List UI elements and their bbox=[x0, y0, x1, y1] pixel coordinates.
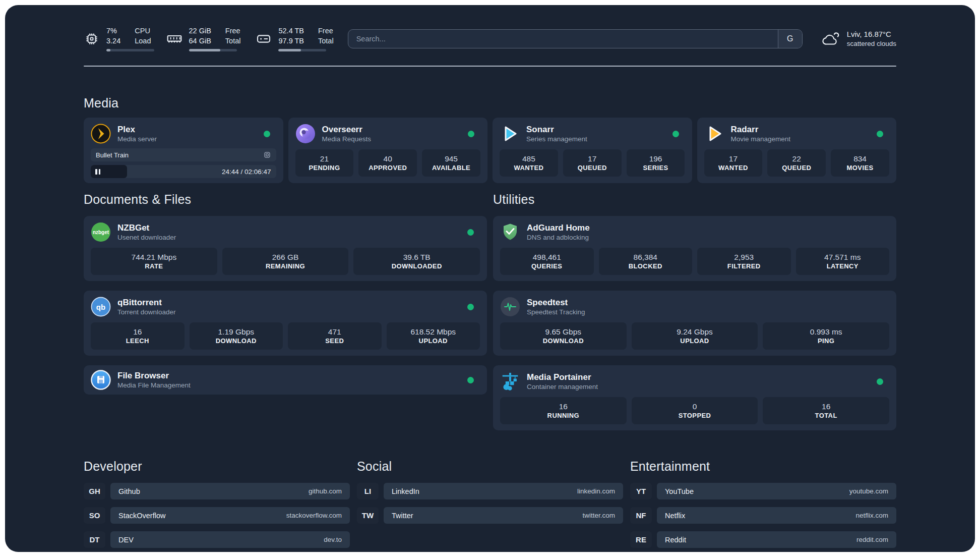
twitter-badge: TW bbox=[357, 507, 379, 524]
cpu-load: 3.24 bbox=[106, 36, 120, 46]
disk-icon bbox=[256, 31, 272, 47]
app-subtitle: DNS and adblocking bbox=[527, 233, 590, 242]
section-title-documents: Documents & Files bbox=[84, 192, 487, 207]
stat-upload: 9.24 Gbps UPLOAD bbox=[632, 322, 758, 350]
section-title-developer: Developer bbox=[84, 459, 350, 474]
youtube-badge: YT bbox=[630, 483, 652, 499]
stat-stopped: 0 STOPPED bbox=[632, 397, 758, 424]
search-engine-button[interactable]: G bbox=[778, 30, 802, 48]
adguard-icon bbox=[500, 222, 520, 242]
app-card-qbittorrent[interactable]: qb qBittorrent Torrent downloader bbox=[84, 291, 487, 356]
disk-progress-bar bbox=[278, 49, 326, 51]
svg-text:nzbget: nzbget bbox=[93, 230, 109, 235]
stat-queued: 22 QUEUED bbox=[767, 149, 826, 177]
cpu-progress-bar bbox=[106, 49, 154, 51]
status-dot bbox=[877, 378, 883, 385]
dashboard-frame: 7% 3.24 CPU Load bbox=[5, 5, 975, 552]
app-card-speedtest[interactable]: Speedtest Speedtest Tracking 9.65 Gbps D… bbox=[493, 291, 896, 356]
app-card-plex[interactable]: Plex Media server Bullet Train bbox=[84, 118, 283, 183]
link-github[interactable]: GH Github github.com bbox=[84, 483, 350, 499]
status-dot bbox=[877, 131, 883, 137]
entertainment-section: Entertainment YT YouTube youtube.com NF … bbox=[630, 459, 896, 552]
stat-approved: 40 APPROVED bbox=[358, 149, 417, 177]
app-title: Plex bbox=[117, 124, 157, 135]
nzbget-icon: nzbget bbox=[91, 222, 111, 242]
netflix-badge: NF bbox=[630, 507, 652, 524]
link-twitter[interactable]: TW Twitter twitter.com bbox=[357, 507, 623, 524]
search-input[interactable] bbox=[348, 30, 778, 48]
weather-widget[interactable]: Lviv, 16.87°C scattered clouds bbox=[821, 29, 896, 49]
stat-latency: 47.571 ms LATENCY bbox=[796, 248, 890, 275]
playback-progress-bar[interactable]: 24:44 / 02:06:47 bbox=[91, 165, 276, 178]
app-card-overseerr[interactable]: Overseerr Media Requests 21 PENDING 40 A… bbox=[288, 118, 488, 183]
section-title-social: Social bbox=[357, 459, 623, 474]
cpu-icon bbox=[84, 31, 100, 47]
app-card-filebrowser[interactable]: File Browser Media File Management bbox=[84, 365, 487, 395]
pause-icon[interactable] bbox=[95, 169, 100, 175]
app-title: AdGuard Home bbox=[527, 222, 590, 233]
section-title-media: Media bbox=[84, 96, 896, 110]
stat-blocked: 86,384 BLOCKED bbox=[599, 248, 693, 275]
dev-badge: DT bbox=[84, 531, 105, 548]
svg-text:qb: qb bbox=[96, 303, 105, 311]
stat-download: 9.65 Gbps DOWNLOAD bbox=[500, 322, 627, 350]
media-grid: Plex Media server Bullet Train bbox=[84, 118, 896, 183]
linkedin-badge: LI bbox=[357, 483, 379, 499]
stat-downloaded: 39.6 TB DOWNLOADED bbox=[353, 248, 480, 275]
link-netflix[interactable]: NF Netflix netflix.com bbox=[630, 507, 896, 524]
app-card-sonarr[interactable]: Sonarr Series management 485 WANTED 17 Q… bbox=[493, 118, 692, 183]
app-subtitle: Media server bbox=[117, 135, 157, 144]
status-dot bbox=[467, 377, 474, 383]
stat-queries: 498,461 QUERIES bbox=[500, 248, 594, 275]
status-dot bbox=[672, 131, 679, 137]
app-card-radarr[interactable]: Radarr Movie management 17 WANTED 22 QUE… bbox=[697, 118, 897, 183]
stat-ping: 0.993 ms PING bbox=[763, 322, 889, 350]
memory-progress-bar bbox=[189, 49, 237, 51]
status-dot bbox=[264, 131, 270, 137]
app-title: Overseerr bbox=[322, 124, 372, 135]
cpu-percent: 7% bbox=[106, 26, 120, 36]
app-subtitle: Media File Management bbox=[117, 381, 191, 390]
stat-download: 1.19 Gbps DOWNLOAD bbox=[190, 322, 283, 350]
stat-movies: 834 MOVIES bbox=[831, 149, 889, 177]
app-subtitle: Usenet downloader bbox=[117, 233, 176, 242]
app-card-nzbget[interactable]: nzbget NZBGet Usenet downloader 74 bbox=[84, 216, 487, 281]
plex-icon bbox=[91, 124, 111, 144]
memory-widget: 22 GiB 64 GiB Free Total bbox=[166, 26, 241, 51]
utilities-column: Utilities bbox=[493, 192, 896, 430]
app-card-portainer[interactable]: Media Portainer Container management 16 … bbox=[493, 365, 896, 430]
stat-available: 945 AVAILABLE bbox=[422, 149, 480, 177]
app-subtitle: Container management bbox=[527, 382, 598, 392]
section-title-utilities: Utilities bbox=[493, 192, 896, 207]
link-stackoverflow[interactable]: SO StackOverflow stackoverflow.com bbox=[84, 507, 350, 524]
search-bar: G bbox=[348, 29, 803, 48]
app-card-adguard[interactable]: AdGuard Home DNS and adblocking 498,461 … bbox=[493, 216, 896, 281]
session-settings-icon[interactable] bbox=[263, 151, 271, 159]
memory-icon bbox=[166, 31, 182, 47]
disk-total: 97.9 TB bbox=[278, 36, 304, 46]
disk-total-label: Total bbox=[318, 36, 334, 46]
stat-wanted: 17 WANTED bbox=[704, 149, 763, 177]
link-youtube[interactable]: YT YouTube youtube.com bbox=[630, 483, 896, 499]
app-title: File Browser bbox=[117, 370, 191, 381]
status-dot bbox=[467, 304, 474, 310]
stat-filtered: 2,953 FILTERED bbox=[697, 248, 791, 275]
app-title: Radarr bbox=[731, 124, 791, 135]
weather-location-temp: Lviv, 16.87°C bbox=[847, 29, 896, 39]
radarr-icon bbox=[704, 124, 724, 144]
section-title-entertainment: Entertainment bbox=[630, 459, 896, 474]
sonarr-icon bbox=[500, 124, 520, 144]
disk-widget: 52.4 TB 97.9 TB Free Total bbox=[256, 26, 333, 51]
app-subtitle: Speedtest Tracking bbox=[527, 308, 585, 317]
stat-series: 196 SERIES bbox=[627, 149, 685, 177]
link-linkedin[interactable]: LI LinkedIn linkedin.com bbox=[357, 483, 623, 499]
stat-rate: 744.21 Mbps RATE bbox=[91, 248, 217, 275]
disk-free-label: Free bbox=[318, 26, 334, 36]
reddit-badge: RE bbox=[630, 531, 652, 548]
link-dev[interactable]: DT DEV dev.to bbox=[84, 531, 350, 548]
stat-upload: 618.52 Mbps UPLOAD bbox=[387, 322, 480, 350]
app-subtitle: Media Requests bbox=[322, 135, 372, 144]
link-reddit[interactable]: RE Reddit reddit.com bbox=[630, 531, 896, 548]
cpu-widget: 7% 3.24 CPU Load bbox=[84, 26, 151, 51]
developer-section: Developer GH Github github.com SO StackO… bbox=[84, 459, 350, 552]
